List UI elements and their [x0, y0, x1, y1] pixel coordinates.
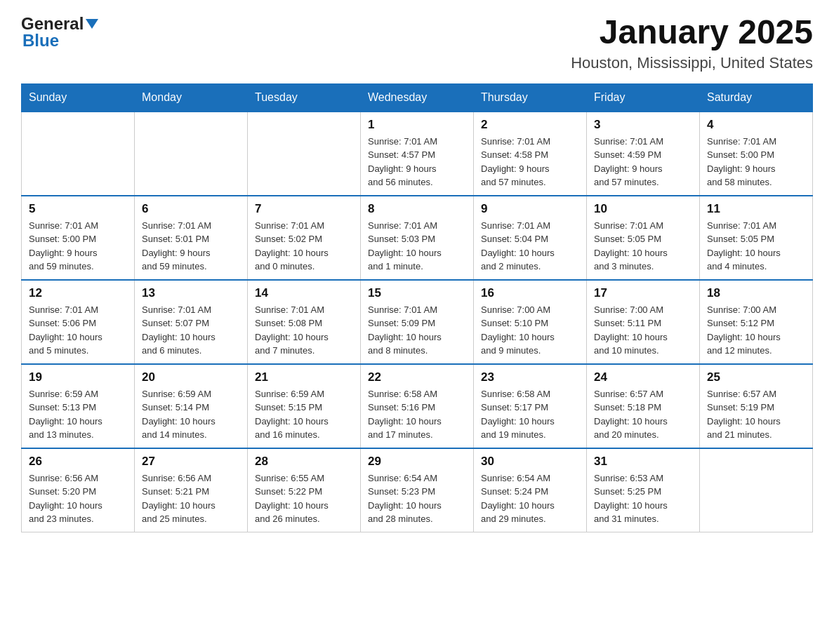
day-info: Sunrise: 7:00 AMSunset: 5:10 PMDaylight:…: [481, 303, 579, 358]
calendar-empty-cell: [22, 112, 135, 196]
day-info: Sunrise: 7:01 AMSunset: 5:03 PMDaylight:…: [368, 219, 466, 274]
day-number: 28: [255, 455, 353, 469]
calendar-day-cell: 6Sunrise: 7:01 AMSunset: 5:01 PMDaylight…: [135, 196, 248, 280]
day-info: Sunrise: 6:59 AMSunset: 5:13 PMDaylight:…: [29, 387, 127, 442]
calendar-day-cell: 15Sunrise: 7:01 AMSunset: 5:09 PMDayligh…: [361, 280, 474, 364]
day-number: 27: [142, 455, 240, 469]
day-info: Sunrise: 6:57 AMSunset: 5:19 PMDaylight:…: [707, 387, 805, 442]
calendar-day-cell: 26Sunrise: 6:56 AMSunset: 5:20 PMDayligh…: [22, 448, 135, 532]
calendar-day-cell: 28Sunrise: 6:55 AMSunset: 5:22 PMDayligh…: [248, 448, 361, 532]
day-info: Sunrise: 7:01 AMSunset: 4:59 PMDaylight:…: [594, 135, 692, 189]
day-of-week-header: Tuesday: [248, 83, 361, 112]
day-number: 25: [707, 370, 805, 384]
day-number: 30: [481, 455, 579, 469]
day-info: Sunrise: 7:01 AMSunset: 5:00 PMDaylight:…: [29, 219, 127, 274]
calendar-week-row: 19Sunrise: 6:59 AMSunset: 5:13 PMDayligh…: [22, 364, 813, 448]
day-of-week-header: Thursday: [474, 83, 587, 112]
calendar-day-cell: 3Sunrise: 7:01 AMSunset: 4:59 PMDaylight…: [587, 112, 700, 196]
day-number: 4: [707, 118, 805, 132]
day-info: Sunrise: 7:00 AMSunset: 5:11 PMDaylight:…: [594, 303, 692, 358]
day-info: Sunrise: 6:53 AMSunset: 5:25 PMDaylight:…: [594, 471, 692, 526]
calendar-day-cell: 14Sunrise: 7:01 AMSunset: 5:08 PMDayligh…: [248, 280, 361, 364]
day-number: 16: [481, 286, 579, 300]
day-number: 18: [707, 286, 805, 300]
day-number: 23: [481, 370, 579, 384]
day-number: 21: [255, 370, 353, 384]
calendar-day-cell: 11Sunrise: 7:01 AMSunset: 5:05 PMDayligh…: [700, 196, 813, 280]
logo-blue-text: Blue: [21, 31, 59, 51]
calendar-day-cell: 25Sunrise: 6:57 AMSunset: 5:19 PMDayligh…: [700, 364, 813, 448]
calendar-day-cell: 21Sunrise: 6:59 AMSunset: 5:15 PMDayligh…: [248, 364, 361, 448]
calendar-day-cell: 22Sunrise: 6:58 AMSunset: 5:16 PMDayligh…: [361, 364, 474, 448]
calendar-location: Houston, Mississippi, United States: [571, 54, 813, 72]
day-number: 29: [368, 455, 466, 469]
day-info: Sunrise: 7:01 AMSunset: 5:05 PMDaylight:…: [707, 219, 805, 274]
day-number: 14: [255, 286, 353, 300]
day-number: 13: [142, 286, 240, 300]
day-number: 17: [594, 286, 692, 300]
calendar-day-cell: 19Sunrise: 6:59 AMSunset: 5:13 PMDayligh…: [22, 364, 135, 448]
day-info: Sunrise: 6:56 AMSunset: 5:20 PMDaylight:…: [29, 471, 127, 526]
day-number: 8: [368, 202, 466, 216]
calendar-day-cell: 24Sunrise: 6:57 AMSunset: 5:18 PMDayligh…: [587, 364, 700, 448]
day-info: Sunrise: 6:59 AMSunset: 5:15 PMDaylight:…: [255, 387, 353, 442]
calendar-day-cell: 30Sunrise: 6:54 AMSunset: 5:24 PMDayligh…: [474, 448, 587, 532]
calendar-day-cell: 20Sunrise: 6:59 AMSunset: 5:14 PMDayligh…: [135, 364, 248, 448]
calendar-week-row: 12Sunrise: 7:01 AMSunset: 5:06 PMDayligh…: [22, 280, 813, 364]
day-number: 19: [29, 370, 127, 384]
day-info: Sunrise: 6:54 AMSunset: 5:24 PMDaylight:…: [481, 471, 579, 526]
calendar-day-cell: 23Sunrise: 6:58 AMSunset: 5:17 PMDayligh…: [474, 364, 587, 448]
day-of-week-header: Sunday: [22, 83, 135, 112]
calendar-day-cell: 16Sunrise: 7:00 AMSunset: 5:10 PMDayligh…: [474, 280, 587, 364]
calendar-empty-cell: [135, 112, 248, 196]
day-info: Sunrise: 6:55 AMSunset: 5:22 PMDaylight:…: [255, 471, 353, 526]
day-number: 5: [29, 202, 127, 216]
day-info: Sunrise: 7:01 AMSunset: 4:58 PMDaylight:…: [481, 135, 579, 189]
day-info: Sunrise: 7:01 AMSunset: 5:07 PMDaylight:…: [142, 303, 240, 358]
calendar-day-cell: 8Sunrise: 7:01 AMSunset: 5:03 PMDaylight…: [361, 196, 474, 280]
calendar-day-cell: 12Sunrise: 7:01 AMSunset: 5:06 PMDayligh…: [22, 280, 135, 364]
day-info: Sunrise: 6:57 AMSunset: 5:18 PMDaylight:…: [594, 387, 692, 442]
day-of-week-header: Wednesday: [361, 83, 474, 112]
calendar-day-cell: 29Sunrise: 6:54 AMSunset: 5:23 PMDayligh…: [361, 448, 474, 532]
calendar-week-row: 5Sunrise: 7:01 AMSunset: 5:00 PMDaylight…: [22, 196, 813, 280]
calendar-day-cell: 27Sunrise: 6:56 AMSunset: 5:21 PMDayligh…: [135, 448, 248, 532]
day-number: 10: [594, 202, 692, 216]
calendar-day-cell: 31Sunrise: 6:53 AMSunset: 5:25 PMDayligh…: [587, 448, 700, 532]
day-number: 31: [594, 455, 692, 469]
day-info: Sunrise: 6:54 AMSunset: 5:23 PMDaylight:…: [368, 471, 466, 526]
calendar-day-cell: 13Sunrise: 7:01 AMSunset: 5:07 PMDayligh…: [135, 280, 248, 364]
day-of-week-header: Monday: [135, 83, 248, 112]
day-info: Sunrise: 7:01 AMSunset: 5:00 PMDaylight:…: [707, 135, 805, 189]
day-number: 12: [29, 286, 127, 300]
day-number: 7: [255, 202, 353, 216]
calendar-title-block: January 2025 Houston, Mississippi, Unite…: [571, 14, 813, 72]
day-of-week-header: Friday: [587, 83, 700, 112]
calendar-week-row: 1Sunrise: 7:01 AMSunset: 4:57 PMDaylight…: [22, 112, 813, 196]
calendar-week-row: 26Sunrise: 6:56 AMSunset: 5:20 PMDayligh…: [22, 448, 813, 532]
day-info: Sunrise: 6:58 AMSunset: 5:16 PMDaylight:…: [368, 387, 466, 442]
day-of-week-header: Saturday: [700, 83, 813, 112]
calendar-day-cell: 1Sunrise: 7:01 AMSunset: 4:57 PMDaylight…: [361, 112, 474, 196]
day-info: Sunrise: 7:01 AMSunset: 5:06 PMDaylight:…: [29, 303, 127, 358]
calendar-table: SundayMondayTuesdayWednesdayThursdayFrid…: [21, 83, 813, 532]
day-info: Sunrise: 7:01 AMSunset: 5:04 PMDaylight:…: [481, 219, 579, 274]
calendar-day-cell: 17Sunrise: 7:00 AMSunset: 5:11 PMDayligh…: [587, 280, 700, 364]
day-info: Sunrise: 6:56 AMSunset: 5:21 PMDaylight:…: [142, 471, 240, 526]
logo: General Blue: [21, 14, 98, 51]
day-info: Sunrise: 7:01 AMSunset: 5:05 PMDaylight:…: [594, 219, 692, 274]
calendar-header-row: SundayMondayTuesdayWednesdayThursdayFrid…: [22, 83, 813, 112]
calendar-day-cell: 7Sunrise: 7:01 AMSunset: 5:02 PMDaylight…: [248, 196, 361, 280]
day-number: 24: [594, 370, 692, 384]
day-info: Sunrise: 6:59 AMSunset: 5:14 PMDaylight:…: [142, 387, 240, 442]
day-info: Sunrise: 7:00 AMSunset: 5:12 PMDaylight:…: [707, 303, 805, 358]
calendar-day-cell: 18Sunrise: 7:00 AMSunset: 5:12 PMDayligh…: [700, 280, 813, 364]
day-number: 26: [29, 455, 127, 469]
calendar-day-cell: 10Sunrise: 7:01 AMSunset: 5:05 PMDayligh…: [587, 196, 700, 280]
calendar-day-cell: 5Sunrise: 7:01 AMSunset: 5:00 PMDaylight…: [22, 196, 135, 280]
calendar-empty-cell: [700, 448, 813, 532]
day-number: 22: [368, 370, 466, 384]
day-info: Sunrise: 7:01 AMSunset: 4:57 PMDaylight:…: [368, 135, 466, 189]
day-number: 3: [594, 118, 692, 132]
calendar-day-cell: 2Sunrise: 7:01 AMSunset: 4:58 PMDaylight…: [474, 112, 587, 196]
